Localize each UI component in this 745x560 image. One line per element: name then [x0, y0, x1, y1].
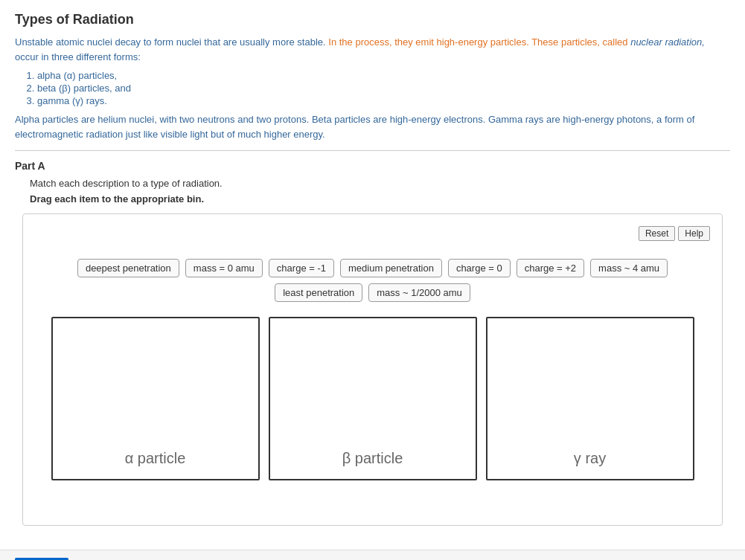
description-text: Alpha particles are helium nuclei, with …	[15, 112, 730, 141]
drop-bin-alpha-label: α particle	[125, 450, 186, 467]
divider	[15, 150, 730, 151]
drop-bin-beta-label: β particle	[342, 450, 403, 467]
drag-item-mass-half-amu[interactable]: mass ~ 1/2000 amu	[368, 283, 470, 302]
list-item-alpha: alpha (α) particles,	[37, 70, 730, 81]
drop-bin-beta[interactable]: β particle	[269, 317, 477, 480]
page-title: Types of Radiation	[15, 12, 730, 28]
drag-item-mass-4-amu[interactable]: mass ~ 4 amu	[590, 259, 668, 277]
list-item-beta-text: beta (β) particles, and	[37, 83, 131, 94]
interactive-area: Reset Help deepest penetration mass = 0 …	[22, 213, 723, 526]
intro-line1-part2: In the process, they emit high-energy pa…	[328, 36, 627, 48]
toolbar: Reset Help	[35, 226, 710, 241]
instructions-text: Match each description to a type of radi…	[30, 178, 730, 189]
drop-bin-alpha[interactable]: α particle	[51, 317, 260, 480]
intro-line1-part3: occur in three different forms:	[15, 51, 141, 62]
part-label: Part A	[15, 160, 730, 172]
drag-items-area: deepest penetration mass = 0 amu charge …	[35, 259, 710, 302]
list-item-gamma-text: gamma (γ) rays.	[37, 95, 107, 106]
intro-text: Unstable atomic nuclei decay to form nuc…	[15, 35, 730, 64]
bottom-bar: Submit Hints My Answers Give Up Review P…	[0, 550, 745, 560]
drag-item-mass-0-amu[interactable]: mass = 0 amu	[185, 259, 263, 277]
drop-bin-gamma-label: γ ray	[574, 450, 606, 467]
drag-item-charge-minus1[interactable]: charge = -1	[269, 259, 334, 277]
intro-line1-part1: Unstable atomic nuclei decay to form nuc…	[15, 36, 326, 48]
drop-bins-container: α particle β particle γ ray	[35, 317, 710, 480]
drag-item-medium-penetration[interactable]: medium penetration	[340, 259, 442, 277]
radiation-list: alpha (α) particles, beta (β) particles,…	[37, 70, 730, 106]
list-item-gamma: gamma (γ) rays.	[37, 95, 730, 106]
drag-item-charge-0[interactable]: charge = 0	[448, 259, 511, 277]
intro-italic: nuclear radiation,	[630, 36, 705, 48]
drag-item-least-penetration[interactable]: least penetration	[275, 283, 362, 302]
list-item-alpha-text: alpha (α) particles,	[37, 70, 117, 81]
list-item-beta: beta (β) particles, and	[37, 83, 730, 94]
drag-item-charge-plus2[interactable]: charge = +2	[517, 259, 584, 277]
help-button[interactable]: Help	[678, 226, 710, 241]
reset-button[interactable]: Reset	[639, 226, 675, 241]
drop-bin-gamma[interactable]: γ ray	[486, 317, 694, 480]
drag-instruction: Drag each item to the appropriate bin.	[30, 193, 730, 205]
drag-item-deepest-penetration[interactable]: deepest penetration	[77, 259, 179, 277]
